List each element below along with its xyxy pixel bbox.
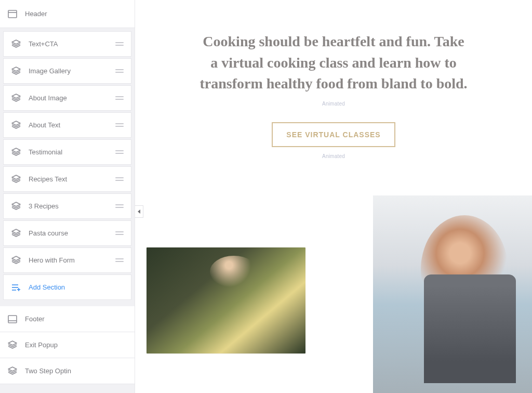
sidebar-item-label: Testimonial: [29, 148, 62, 156]
sidebar-item-recipes-text[interactable]: Recipes Text: [3, 166, 131, 192]
sidebar: Header Text+CTA Image Gallery About Imag…: [0, 0, 135, 393]
layers-icon: [11, 255, 21, 266]
add-section-button[interactable]: Add Section: [3, 274, 131, 300]
layers-icon: [7, 340, 18, 350]
add-section-icon: [11, 282, 21, 293]
animated-tag: Animated: [135, 101, 532, 107]
sidebar-item-testimonial[interactable]: Testimonial: [3, 139, 131, 165]
sections-group: Text+CTA Image Gallery About Image About…: [0, 31, 135, 300]
sidebar-item-hero-with-form[interactable]: Hero with Form: [3, 247, 131, 273]
sidebar-item-label: Two Step Optin: [25, 367, 71, 375]
sidebar-item-exit-popup[interactable]: Exit Popup: [0, 332, 135, 358]
drag-handle-icon[interactable]: [115, 96, 124, 101]
cta-wrap: SEE VIRTUAL CLASSES: [135, 122, 532, 147]
drag-handle-icon[interactable]: [115, 177, 124, 182]
layers-icon: [11, 66, 21, 76]
drag-handle-icon[interactable]: [115, 150, 124, 155]
header-icon: [7, 9, 18, 19]
sidebar-item-label: Footer: [25, 315, 45, 323]
fixed-group: Footer Exit Popup Two Step Optin: [0, 306, 135, 384]
sidebar-item-footer[interactable]: Footer: [0, 306, 135, 332]
sidebar-item-label: Image Gallery: [29, 67, 71, 75]
drag-handle-icon[interactable]: [115, 42, 124, 47]
images-row: [135, 195, 532, 393]
layers-icon: [11, 39, 21, 49]
sidebar-item-about-text[interactable]: About Text: [3, 112, 131, 138]
sidebar-item-3-recipes[interactable]: 3 Recipes: [3, 193, 131, 219]
drag-handle-icon[interactable]: [115, 69, 124, 74]
sidebar-item-label: About Text: [29, 121, 60, 129]
sidebar-item-label: Exit Popup: [25, 341, 58, 349]
see-virtual-classes-button[interactable]: SEE VIRTUAL CLASSES: [272, 122, 395, 147]
sidebar-item-label: Text+CTA: [29, 40, 58, 48]
sidebar-item-image-gallery[interactable]: Image Gallery: [3, 58, 131, 84]
drag-handle-icon[interactable]: [115, 123, 124, 128]
drag-handle-icon[interactable]: [115, 258, 124, 263]
canvas: Cooking should be heartfelt and fun. Tak…: [135, 0, 532, 393]
drag-handle-icon[interactable]: [115, 231, 124, 236]
layers-icon: [7, 366, 18, 376]
svg-rect-7: [8, 316, 17, 323]
sidebar-item-label: Add Section: [29, 283, 65, 291]
gallery-image-right[interactable]: [373, 195, 532, 393]
layers-icon: [11, 228, 21, 239]
gallery-image-left[interactable]: [147, 247, 305, 353]
sidebar-item-label: About Image: [29, 94, 67, 102]
sidebar-item-label: Header: [25, 10, 47, 18]
layers-icon: [11, 120, 21, 130]
sidebar-item-header[interactable]: Header: [0, 0, 135, 28]
layers-icon: [11, 201, 21, 212]
layers-icon: [11, 174, 21, 185]
sidebar-item-label: Hero with Form: [29, 256, 75, 264]
sidebar-item-text-cta[interactable]: Text+CTA: [3, 31, 131, 57]
sidebar-item-about-image[interactable]: About Image: [3, 85, 131, 111]
sidebar-item-label: Pasta course: [29, 229, 68, 237]
sidebar-item-label: Recipes Text: [29, 175, 67, 183]
page-heading[interactable]: Cooking should be heartfelt and fun. Tak…: [198, 31, 469, 95]
animated-tag: Animated: [135, 153, 532, 159]
svg-rect-0: [8, 10, 17, 18]
layers-icon: [11, 93, 21, 103]
footer-icon: [7, 314, 18, 324]
drag-handle-icon[interactable]: [115, 204, 124, 209]
layers-icon: [11, 147, 21, 158]
sidebar-item-pasta-course[interactable]: Pasta course: [3, 220, 131, 246]
sidebar-item-label: 3 Recipes: [29, 202, 59, 210]
sidebar-item-two-step-optin[interactable]: Two Step Optin: [0, 358, 135, 384]
